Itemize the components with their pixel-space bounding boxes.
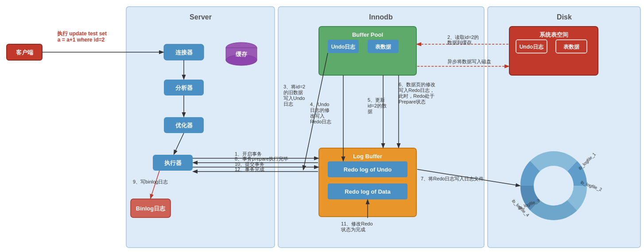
server-title: Server	[190, 13, 212, 21]
optimizer-label: 优化器	[175, 122, 193, 129]
svg-point-22	[534, 166, 574, 206]
buffer-pool-title: Buffer Pool	[352, 31, 383, 38]
executor-label: 执行器	[164, 160, 182, 166]
svg-text:数据到缓存: 数据到缓存	[447, 40, 472, 45]
svg-text:写入Undo: 写入Undo	[283, 95, 305, 101]
arrow2-label: 2、读取id=2的	[447, 34, 479, 40]
svg-point-6	[226, 42, 257, 53]
svg-rect-1	[278, 7, 484, 248]
svg-rect-14	[328, 40, 359, 53]
svg-text:日志的修: 日志的修	[310, 107, 330, 113]
svg-rect-18	[328, 183, 407, 199]
arrow11-label: 11、修改Redo	[341, 221, 373, 226]
svg-text:的旧数据: 的旧数据	[283, 90, 303, 95]
svg-text:此时，Redo处于: 此时，Redo处于	[399, 93, 435, 99]
svg-point-8	[226, 55, 257, 65]
arrow7-label: 7、将Redo日志写入日志文件	[421, 176, 484, 181]
arrow12-label: 12、事务完成	[235, 167, 264, 172]
svg-rect-9	[164, 80, 204, 95]
redo-data-label: Redo log of Data	[345, 188, 391, 195]
svg-rect-0	[126, 7, 275, 248]
svg-rect-17	[328, 161, 407, 177]
svg-text:改写入: 改写入	[310, 113, 325, 118]
svg-rect-15	[368, 40, 399, 53]
analyzer-label: 分析器	[175, 84, 193, 91]
diagram-svg: Server Innodb Disk 客户端 执行 update test se…	[0, 0, 644, 252]
sql-command: 执行 update test set	[57, 31, 107, 37]
arrow9-label: 9、写binlog日志	[133, 179, 168, 184]
arrow8-label: 8、事务prepare执行完毕	[235, 156, 288, 161]
arrow6-label: 6、数据页的修改	[399, 82, 435, 87]
svg-rect-7	[226, 48, 257, 60]
svg-rect-21	[556, 40, 587, 53]
redo-undo-label: Redo log of Undo	[344, 166, 392, 173]
logfile3-label: ib_logfile_3	[518, 198, 541, 210]
arrow1-label: 1、开启事务	[235, 151, 262, 157]
connector-label: 连接器	[175, 49, 193, 56]
svg-rect-19	[509, 27, 598, 75]
logfile4-label: ib_logfile_4	[511, 199, 531, 218]
svg-text:日志: 日志	[283, 101, 293, 107]
svg-text:据: 据	[368, 109, 372, 114]
undo-log-label: Undo日志	[331, 44, 356, 50]
svg-text:写入Redo日志，: 写入Redo日志，	[399, 88, 435, 93]
svg-line-33	[303, 53, 328, 169]
client-label: 客户端	[16, 49, 33, 56]
svg-rect-2	[488, 7, 640, 248]
svg-rect-11	[153, 155, 193, 171]
svg-rect-10	[164, 117, 204, 133]
logfile1-label: ib_logfile_1	[578, 152, 597, 171]
svg-line-26	[174, 133, 184, 154]
async-label: 异步将数据写入磁盘	[447, 59, 491, 64]
svg-rect-12	[131, 199, 171, 218]
svg-rect-16	[319, 148, 416, 217]
svg-rect-3	[7, 44, 42, 60]
main-container: Server Innodb Disk 客户端 执行 update test se…	[0, 0, 644, 252]
arrow5-label: 5、更新	[368, 97, 385, 103]
innodb-title: Innodb	[369, 13, 393, 21]
binlog-label: Binlog日志	[136, 205, 166, 212]
disk-data-label: 表数据	[563, 44, 580, 50]
arrow3-label: 3、将id=2	[283, 84, 305, 89]
sys-tablespace-title: 系统表空间	[539, 31, 568, 38]
svg-line-37	[417, 169, 520, 186]
svg-rect-13	[319, 27, 416, 75]
svg-rect-5	[164, 44, 204, 60]
svg-text:Redo日志: Redo日志	[310, 119, 331, 124]
svg-text:状态为完成: 状态为完成	[341, 227, 365, 232]
disk-undo-label: Undo日志	[520, 44, 544, 50]
disk-title: Disk	[557, 13, 572, 21]
logfile2-label: ib_logfile_2	[580, 180, 603, 192]
svg-rect-20	[516, 40, 547, 53]
cache-label: 缓存	[236, 51, 247, 57]
table-data-label: 表数据	[375, 44, 392, 50]
arrow4-label: 4、Undo	[310, 102, 329, 107]
log-buffer-title: Log Buffer	[353, 153, 382, 160]
svg-text:id=2的数: id=2的数	[368, 103, 387, 108]
svg-text:a = a+1 where id=2: a = a+1 where id=2	[58, 37, 105, 43]
svg-text:Prepare状态: Prepare状态	[399, 99, 426, 104]
arrow10-label: 10、提交事务	[235, 161, 264, 167]
svg-line-27	[151, 171, 159, 198]
